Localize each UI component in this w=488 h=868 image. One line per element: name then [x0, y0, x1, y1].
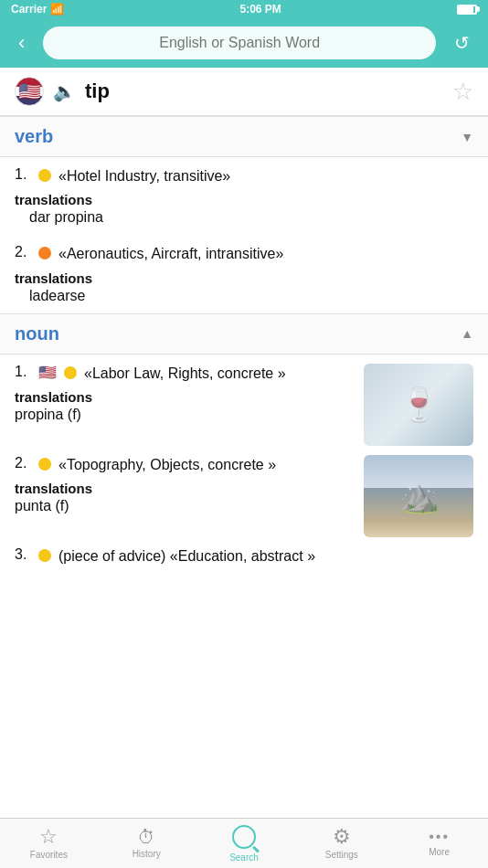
noun-def-number-1: 1. — [15, 364, 31, 380]
noun-dot-1 — [64, 366, 77, 379]
noun-def-1-wrapper: 1. 🇺🇸 «Labor Law, Rights, concrete » tra… — [0, 355, 488, 446]
noun-section-header[interactable]: noun ▲ — [0, 313, 488, 355]
noun-def-number-3: 3. — [15, 546, 31, 563]
favorite-star-icon[interactable]: ☆ — [452, 78, 473, 106]
noun-def-2-wrapper: 2. «Topography, Objects, concrete » tran… — [0, 446, 488, 537]
translations-label-1: translations — [0, 192, 488, 207]
def-context-2: «Aeronautics, Aircraft, intransitive» — [58, 244, 473, 264]
more-label: More — [429, 847, 450, 857]
refresh-button[interactable]: ↺ — [447, 28, 477, 58]
time-label: 5:06 PM — [240, 3, 281, 16]
word-title: tip — [85, 79, 443, 103]
history-label: History — [133, 849, 161, 859]
noun-translation-1: propina (f) — [15, 407, 355, 423]
word-header: 🇺🇸 🔈 tip ☆ — [0, 68, 488, 116]
battery-area — [457, 5, 477, 15]
noun-context-1: «Labor Law, Rights, concrete » — [84, 364, 355, 384]
noun-flag-1: 🇺🇸 — [38, 364, 57, 381]
noun-dot-2 — [38, 458, 51, 471]
translation-text-2: ladearse — [0, 288, 488, 304]
settings-label: Settings — [325, 850, 358, 860]
dot-yellow-1 — [38, 169, 51, 182]
back-button[interactable]: ‹ — [11, 27, 32, 58]
translation-text-1: dar propina — [0, 209, 488, 226]
noun-section-title: noun — [15, 323, 59, 344]
noun-def-number-2: 2. — [15, 455, 31, 471]
tab-settings[interactable]: ⚙ Settings — [292, 819, 390, 868]
tab-search[interactable]: Search — [196, 819, 293, 868]
translations-label-2: translations — [0, 270, 488, 286]
battery-icon — [457, 5, 477, 15]
more-icon: ••• — [429, 830, 450, 844]
def-number-2: 2. — [15, 244, 31, 260]
noun-image-2 — [364, 455, 473, 537]
search-label: Search — [229, 852, 259, 863]
noun-context-2: «Topography, Objects, concrete » — [58, 455, 355, 475]
def-number-1: 1. — [15, 166, 31, 183]
noun-translation-2: punta (f) — [15, 498, 355, 514]
search-circle-icon — [232, 825, 256, 849]
noun-dot-3 — [38, 549, 51, 562]
carrier-label: Carrier — [11, 3, 47, 16]
favorites-icon: ☆ — [39, 827, 58, 847]
verb-section-arrow: ▼ — [461, 130, 473, 144]
search-input[interactable] — [43, 26, 436, 59]
def-context-1: «Hotel Industry, transitive» — [58, 166, 473, 186]
verb-def-2: 2. «Aeronautics, Aircraft, intransitive» — [0, 235, 488, 264]
noun-def-2-text: 2. «Topography, Objects, concrete » tran… — [15, 455, 355, 537]
dot-orange-2 — [38, 247, 51, 259]
verb-def-1: 1. «Hotel Industry, transitive» — [0, 157, 488, 186]
nav-bar: ‹ ↺ — [0, 18, 488, 68]
tab-bar: ☆ Favorites ⏱ History Search ⚙ Settings … — [0, 818, 488, 868]
tab-more[interactable]: ••• More — [390, 819, 488, 868]
favorites-label: Favorites — [30, 850, 68, 860]
noun-image-1 — [364, 364, 473, 446]
flag-icon: 🇺🇸 — [15, 77, 44, 106]
history-icon: ⏱ — [137, 828, 155, 846]
noun-translations-label-1: translations — [15, 389, 355, 405]
noun-translations-label-2: translations — [15, 481, 355, 496]
noun-def-1-text: 1. 🇺🇸 «Labor Law, Rights, concrete » tra… — [15, 364, 355, 446]
noun-section-arrow: ▲ — [461, 326, 473, 341]
tab-favorites[interactable]: ☆ Favorites — [0, 819, 98, 868]
settings-icon: ⚙ — [333, 827, 351, 847]
wifi-icon: 📶 — [50, 3, 64, 16]
noun-def-3: 3. (piece of advice) «Education, abstrac… — [0, 537, 488, 566]
verb-section-header[interactable]: verb ▼ — [0, 116, 488, 157]
status-bar: Carrier 📶 5:06 PM — [0, 0, 488, 18]
tab-history[interactable]: ⏱ History — [98, 819, 196, 868]
content-area: verb ▼ 1. «Hotel Industry, transitive» t… — [0, 116, 488, 816]
speaker-icon[interactable]: 🔈 — [53, 80, 76, 102]
noun-context-3: (piece of advice) «Education, abstract » — [58, 546, 473, 566]
verb-section-title: verb — [15, 126, 53, 147]
